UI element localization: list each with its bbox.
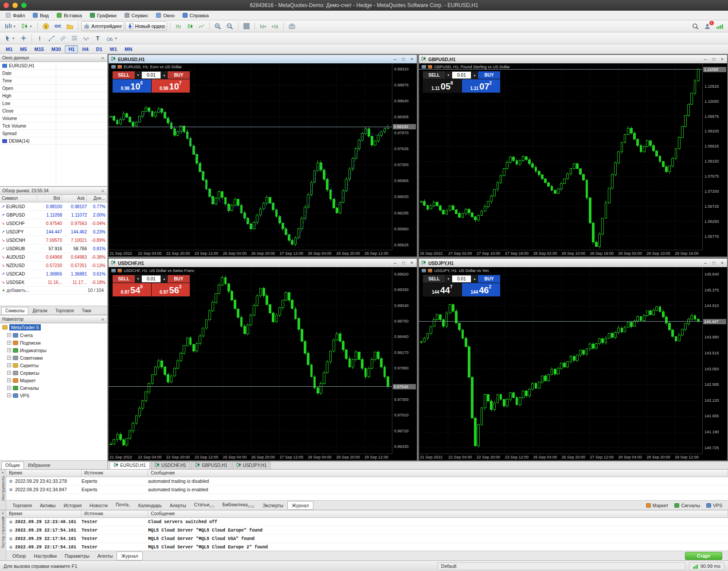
expand-icon[interactable]: + — [7, 348, 11, 352]
journal-row[interactable]: 2022.09.29 22:17:54.101TesterMQL5 Cloud … — [6, 526, 728, 535]
expand-icon[interactable]: + — [7, 386, 11, 390]
data-window-row[interactable]: Time — [0, 77, 107, 85]
timeframe-w1[interactable]: W1 — [106, 45, 121, 53]
search-button[interactable] — [690, 21, 701, 31]
volume-increase-button[interactable]: ▲ — [161, 275, 167, 283]
tester-tab-3[interactable]: Параметры — [61, 552, 94, 560]
auto-scroll-button[interactable] — [258, 21, 269, 31]
navigator-tab-2[interactable]: Избранное — [24, 462, 55, 469]
chart-window-usdjpy[interactable]: USDJPY,H1–□×145.840145.375144.910143.980… — [419, 258, 728, 461]
navigator-item-9[interactable]: +VPS — [0, 392, 107, 399]
column-header[interactable]: Источник — [82, 510, 148, 517]
market-depth-icon[interactable] — [111, 65, 116, 69]
column-header[interactable]: Время — [6, 470, 82, 477]
minimize-chart-button[interactable]: – — [392, 260, 398, 265]
candle-chart-mode-button[interactable] — [184, 21, 195, 31]
signals-button[interactable]: Сигналы — [674, 503, 700, 508]
data-window-row[interactable]: Spread — [0, 130, 107, 137]
column-header[interactable]: Ask — [62, 195, 87, 202]
cursor-tool-button[interactable]: ▼ — [3, 33, 17, 43]
menu-item-2[interactable]: Вид — [29, 12, 53, 19]
account-button[interactable]: 1 — [702, 21, 713, 31]
volume-input[interactable]: 0.01 — [452, 71, 471, 79]
menu-item-3[interactable]: Вставка — [53, 12, 86, 19]
column-header[interactable]: Bid — [37, 195, 62, 202]
channel-tool-button[interactable] — [58, 33, 68, 43]
sell-button[interactable]: 0.97540 — [113, 283, 151, 296]
volume-decrease-button[interactable]: ▼ — [446, 71, 451, 79]
journal-row[interactable]: 2022.09.29 22:17:54.101TesterMQL5 Cloud … — [6, 535, 728, 543]
toolbox-tab-7[interactable]: Алерты — [166, 501, 190, 509]
data-window-row[interactable]: DEMA(14) — [0, 137, 107, 145]
navigator-tab-1[interactable]: Общие — [1, 462, 24, 469]
zoom-out-button[interactable] — [224, 21, 235, 31]
sell-tab[interactable]: SELL — [113, 71, 135, 79]
market-watch-row[interactable]: ↗USDCAD1.368651.368810.61% — [0, 270, 107, 278]
column-header[interactable]: Источник — [82, 470, 148, 477]
market-watch-row[interactable]: ↘NZDUSD0.572300.57251-0.13% — [0, 261, 107, 270]
navigator-root[interactable]: MetaTrader 5 — [0, 323, 107, 331]
toolbox-tab-11[interactable]: Журнал — [287, 501, 313, 510]
connection-button[interactable] — [714, 21, 725, 31]
zoom-in-button[interactable] — [212, 21, 223, 31]
toolbox-tab-3[interactable]: История — [59, 501, 86, 509]
journal-row[interactable]: 2022.09.29 23:41:33.278Expertsautomated … — [6, 477, 728, 486]
market-watch-tab-4[interactable]: Тики — [78, 307, 95, 315]
navigator-item-8[interactable]: +Сигналы — [0, 384, 107, 392]
bar-chart-mode-button[interactable] — [173, 21, 184, 31]
toolbox-tab-5[interactable]: Почта7 — [112, 501, 134, 509]
column-header[interactable]: Сообщение — [148, 510, 728, 517]
data-window-row[interactable]: Low — [0, 100, 107, 107]
journal-row[interactable]: 2022.09.29 12:23:40.161TesterCloud serve… — [6, 518, 728, 526]
buy-button[interactable]: 1.11072 — [462, 79, 501, 93]
toolbox-tab-6[interactable]: Календарь — [134, 501, 166, 509]
timeframe-m15[interactable]: M15 — [31, 45, 47, 53]
new-order-button[interactable]: Новый ордер — [125, 21, 167, 31]
close-icon[interactable]: × — [101, 55, 105, 61]
data-window-row[interactable]: Volume — [0, 115, 107, 122]
buy-tab[interactable]: BUY — [168, 275, 190, 283]
titlebar[interactable]: 62843616 - MetaQuotes-Demo: Демо-счет - … — [0, 0, 728, 11]
buy-tab[interactable]: BUY — [168, 71, 190, 79]
tester-tab-4[interactable]: Агенты — [94, 552, 117, 560]
timeframe-m30[interactable]: M30 — [48, 45, 64, 53]
buy-tab[interactable]: BUY — [478, 275, 500, 283]
column-header[interactable]: Дне... — [87, 195, 107, 202]
column-header[interactable]: Сообщение — [148, 470, 728, 477]
data-window-row[interactable]: Close — [0, 107, 107, 115]
volume-decrease-button[interactable]: ▼ — [446, 275, 451, 283]
expand-icon[interactable]: + — [7, 393, 11, 397]
journal-row[interactable]: 2022.09.29 22:17:54.101TesterMQL5 Cloud … — [6, 543, 728, 551]
buy-button[interactable]: 144462 — [462, 283, 501, 296]
maximize-chart-button[interactable]: □ — [711, 57, 716, 62]
volume-input[interactable]: 0.01 — [141, 275, 161, 283]
volume-increase-button[interactable]: ▲ — [161, 71, 167, 79]
chart-window-gbpusd[interactable]: GBPUSD,H1–□×1.105251.100501.095751.09100… — [419, 54, 728, 257]
sell-button[interactable]: 1.11058 — [423, 79, 462, 93]
data-window-row[interactable]: Date — [0, 70, 107, 77]
expand-icon[interactable]: + — [7, 356, 11, 360]
journal-row[interactable]: 2022.09.29 23:41:34.847Expertsautomated … — [6, 486, 728, 494]
market-watch-tab-1[interactable]: Символы — [1, 307, 28, 315]
timeframe-d1[interactable]: D1 — [93, 45, 106, 53]
trendline-tool-button[interactable] — [46, 33, 57, 43]
tester-tab-2[interactable]: Настройки — [30, 552, 61, 560]
tester-tab-1[interactable]: Обзор — [8, 552, 30, 560]
crosshair-tool-button[interactable] — [18, 33, 29, 43]
add-symbol-row[interactable]: + добавить... 10 / 104 — [0, 287, 107, 295]
timeframe-m5[interactable]: M5 — [16, 45, 30, 53]
minimize-window-button[interactable] — [12, 3, 18, 8]
chart-window-eurusd[interactable]: EURUSD,H1–□×0.993100.989750.986400.98305… — [108, 54, 417, 257]
market-watch-button[interactable]: $ — [40, 21, 51, 31]
chart-tab-usdchf[interactable]: USDCHF,H1 — [151, 462, 190, 469]
sell-button[interactable]: 144447 — [423, 283, 462, 296]
volume-input[interactable]: 0.01 — [452, 275, 471, 283]
minimize-chart-button[interactable]: – — [703, 57, 708, 62]
data-window-row[interactable]: High — [0, 92, 107, 100]
expand-icon[interactable]: + — [7, 333, 11, 337]
toolbox-tab-10[interactable]: Эксперты — [258, 501, 287, 509]
column-header[interactable]: Время — [6, 510, 82, 517]
chart-tab-eurusd[interactable]: EURUSD,H1 — [110, 462, 150, 469]
volume-decrease-button[interactable]: ▼ — [135, 71, 141, 79]
close-chart-button[interactable]: × — [720, 57, 725, 62]
